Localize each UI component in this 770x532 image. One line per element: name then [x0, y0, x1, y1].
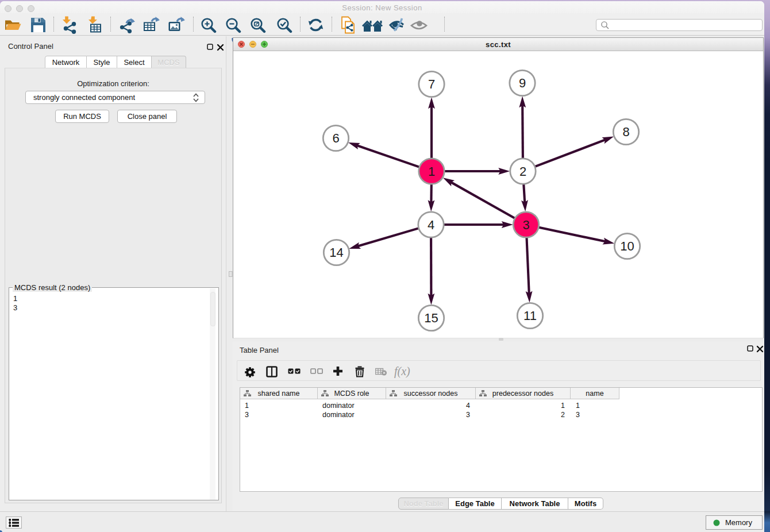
svg-text:3: 3 [522, 217, 529, 232]
svg-text:15: 15 [424, 311, 438, 325]
svg-text:9: 9 [519, 76, 526, 90]
svg-text:14: 14 [329, 245, 343, 260]
svg-text:10: 10 [620, 239, 634, 253]
svg-text:1: 1 [428, 164, 435, 178]
svg-text:4: 4 [428, 217, 434, 232]
svg-text:11: 11 [523, 309, 537, 323]
svg-text:2: 2 [519, 164, 526, 178]
svg-text:6: 6 [332, 131, 339, 145]
svg-text:8: 8 [622, 125, 629, 139]
svg-text:7: 7 [428, 77, 435, 91]
